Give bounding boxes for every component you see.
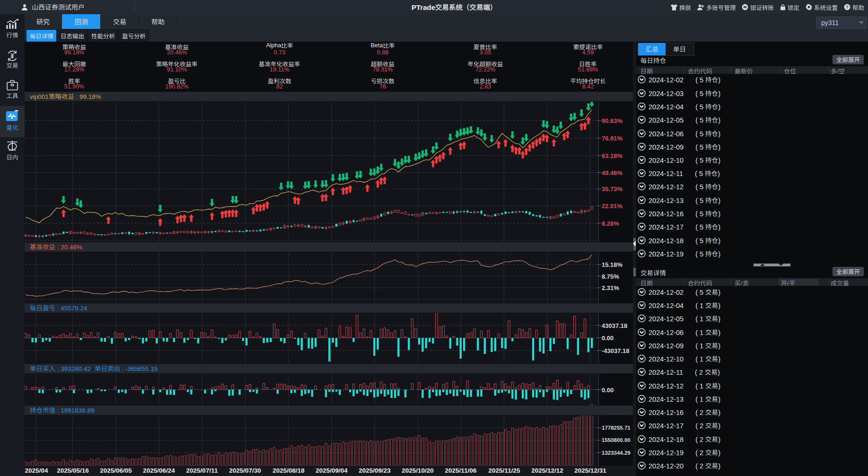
- svg-text:?: ?: [846, 4, 849, 9]
